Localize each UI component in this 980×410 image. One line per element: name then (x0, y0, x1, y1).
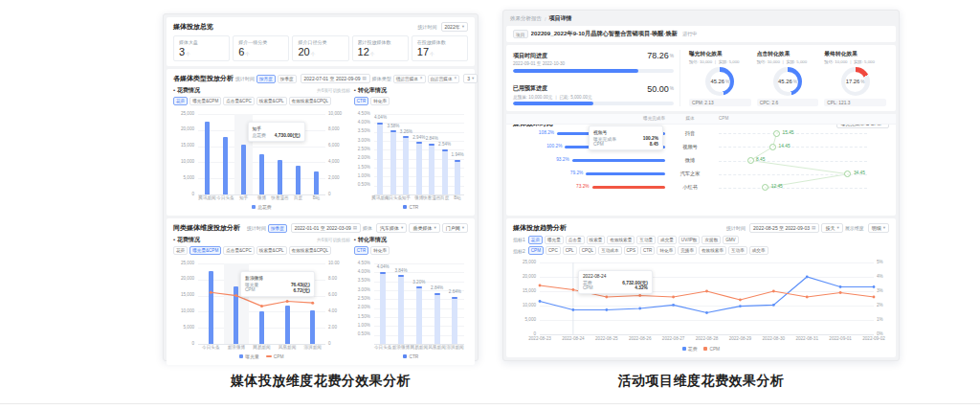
bar[interactable] (442, 149, 448, 194)
display-dim-label: 展示维度 (845, 225, 864, 231)
bar[interactable] (296, 166, 301, 194)
filter-chip[interactable]: CPQL (579, 246, 597, 255)
date-range-picker[interactable]: 2022-07-01 至 2022-09-09 ▤ (301, 74, 370, 83)
filter-chip[interactable]: CTR (354, 246, 368, 255)
filter-chip[interactable]: UV/IP数 (679, 236, 701, 244)
filter-chip[interactable]: 花费 (173, 246, 188, 255)
bar[interactable] (434, 293, 440, 344)
year-select[interactable]: 2022年 ▾ (441, 22, 468, 32)
filter-chip[interactable]: 按季度 (268, 224, 287, 233)
chevron-down-icon: ▾ (883, 226, 885, 231)
bar[interactable] (241, 145, 246, 194)
donut-subtext: 预估: 10,000 ｜ 实际: 5,000 (824, 59, 886, 64)
filter-chip[interactable]: CPS (624, 246, 638, 255)
filter-chip[interactable]: 互动率 (728, 246, 747, 255)
filter-chip[interactable]: 线索量&CPL (256, 97, 287, 105)
filter-chip[interactable]: CPL (563, 246, 577, 255)
bar[interactable] (314, 171, 319, 194)
filter-chip[interactable]: CTR (354, 97, 368, 105)
filter-chip[interactable]: CTR (640, 246, 655, 255)
close-icon[interactable]: × (454, 77, 457, 81)
filter-chip[interactable]: 点击量&CPC (223, 97, 255, 105)
filter-chip[interactable]: 转化率 (370, 97, 390, 105)
bar[interactable] (278, 160, 282, 194)
filter-chip[interactable]: 曝光量 (545, 236, 564, 244)
filter-chip[interactable]: GMV (723, 236, 738, 244)
filter-chip[interactable]: 自运营媒体× (428, 75, 460, 83)
filter-chip[interactable]: 转化率 (370, 246, 390, 255)
x-axis-label: 2022-08-23 (528, 337, 551, 342)
completion-bar[interactable] (586, 172, 665, 175)
donut-block: 曝光转化效果 预估: 10,000 ｜ 实际: 5,000 45.26% CPM… (686, 50, 754, 106)
completion-bar[interactable] (592, 186, 665, 189)
bar[interactable] (403, 136, 409, 194)
filter-chip[interactable]: 线索量&CPL (256, 246, 287, 255)
legend-item[interactable]: CTR (403, 354, 418, 359)
filter-chip[interactable]: CPC (546, 246, 561, 255)
filter-chip[interactable]: CPM (528, 246, 544, 255)
completion-bar[interactable] (572, 159, 665, 162)
y-axis-tick: 0 (173, 193, 194, 197)
legend-swatch (703, 347, 707, 351)
y-axis-tick: 20,000 (513, 275, 536, 280)
filter-chip[interactable]: 曝光量&CPM (189, 97, 221, 105)
media-select[interactable]: 门户网 ▾ (442, 223, 468, 233)
bar[interactable] (223, 137, 228, 194)
bar[interactable] (205, 122, 210, 194)
filter-chip[interactable]: 有效线索率 (699, 246, 726, 255)
filter-chip[interactable]: 成交率 (749, 246, 768, 255)
bar[interactable] (259, 154, 264, 194)
filter-chip[interactable]: 花费 (528, 236, 543, 244)
filter-chip[interactable]: 按月度 (256, 75, 276, 83)
filter-chip[interactable]: 有效线索量 (607, 236, 635, 244)
display-dim-select[interactable]: 明细 ▾ (868, 223, 889, 233)
legend-item[interactable]: CTR (403, 205, 418, 210)
more-count-select[interactable]: 3 ▾ (463, 74, 478, 83)
bar[interactable] (429, 144, 434, 194)
bar[interactable] (390, 130, 396, 194)
bar[interactable] (398, 275, 404, 344)
filter-chip[interactable]: 完播率 (678, 246, 697, 255)
filter-chip[interactable]: 互动成本 (598, 246, 621, 255)
date-range-picker[interactable]: 2022-01-01 至 2022-03-09 ▤ (291, 223, 361, 233)
legend-item[interactable]: 曝光量 (239, 353, 258, 359)
filter-chip[interactable]: 转化率 (657, 246, 676, 255)
filter-chip[interactable]: 点击量 (566, 236, 585, 244)
bar[interactable] (416, 142, 422, 194)
filter-chip[interactable]: 次留数 (702, 236, 721, 244)
date-range-picker[interactable]: 2022-08-25 至 2022-09-03 ▤ (749, 223, 819, 233)
filter-chip[interactable]: 按季度 (278, 75, 297, 83)
filter-chip[interactable]: 有效线索量&CPQL (289, 97, 332, 105)
media-select[interactable]: 垂类媒体 ▾ (409, 223, 439, 233)
bar[interactable] (380, 272, 386, 344)
filter-chip[interactable]: 点击量&CPC (223, 246, 255, 255)
legend-item[interactable]: CPM (266, 354, 284, 359)
breadcrumb-parent[interactable]: 效果分析报告 (510, 15, 542, 22)
filter-chip[interactable]: 有效线索量&CPQL (289, 246, 332, 255)
y-axis-tick: 0 (173, 342, 194, 347)
filter-chip[interactable]: 线索量 (587, 236, 606, 244)
y-axis-tick-right: 4.00 (328, 309, 337, 314)
filter-chip[interactable]: 花费 (173, 97, 188, 105)
legend-item[interactable]: CPM (703, 347, 720, 352)
x-axis-label: 2022-08-29 (729, 337, 752, 342)
filter-chip[interactable]: 互动量 (636, 236, 656, 244)
tooltip-title: 知乎 (253, 125, 301, 131)
metric-chip-group: 花费曝光量&CPM点击量&CPC线索量&CPL有效线索量&CPQL (173, 97, 350, 105)
bar-value-label: 1.94% (452, 153, 464, 158)
stat-unit: 个 (245, 52, 250, 57)
filter-chip[interactable]: 成交量 (657, 236, 677, 244)
chart-line-layer (506, 114, 882, 194)
legend-item[interactable]: 总花费 (252, 204, 271, 210)
frequency-select[interactable]: 按天 ▾ (821, 223, 842, 233)
filter-chip[interactable]: 强运营媒体× (393, 75, 426, 83)
bar[interactable] (416, 286, 422, 344)
bar[interactable] (452, 297, 457, 344)
legend-item[interactable]: 花费 (682, 346, 698, 352)
y-axis-tick: 10,000 (173, 160, 194, 165)
media-select[interactable]: 汽车媒体 ▾ (376, 223, 407, 233)
bar[interactable] (455, 160, 460, 194)
close-icon[interactable]: × (420, 77, 423, 81)
filter-chip[interactable]: 曝光量&CPM (189, 246, 221, 255)
bar[interactable] (377, 123, 383, 194)
